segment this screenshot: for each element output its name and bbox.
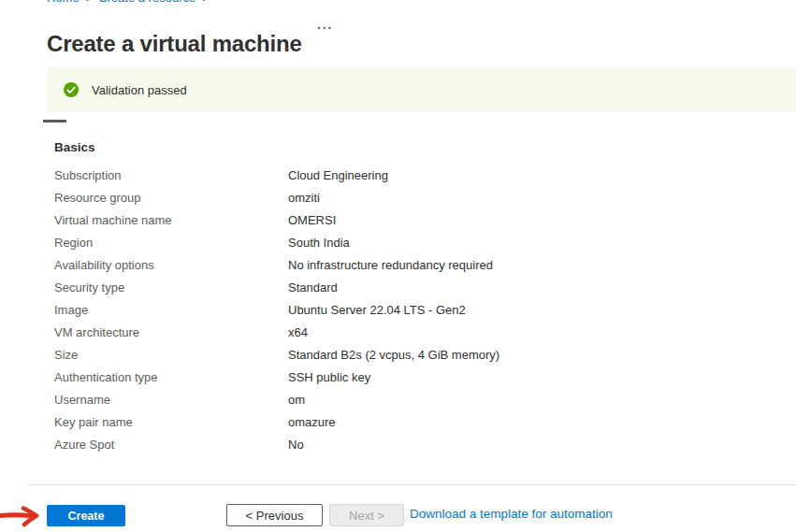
basics-row-availability-options: Availability options No infrastructure r… (54, 254, 728, 277)
row-label: Key pair name (54, 411, 288, 434)
row-value: No infrastructure redundancy required (288, 254, 493, 277)
row-value: South India (288, 232, 350, 254)
basics-row-username: Username om (54, 389, 728, 411)
row-label: Availability options (54, 254, 288, 277)
basics-row-security-type: Security type Standard (54, 277, 728, 299)
basics-row-vm-name: Virtual machine name OMERSI (54, 209, 728, 232)
basics-row-authentication-type: Authentication type SSH public key (54, 367, 728, 389)
row-label: Subscription (54, 165, 288, 187)
next-button[interactable]: Next > (329, 504, 404, 526)
row-value: Ubuntu Server 22.04 LTS - Gen2 (288, 299, 466, 322)
breadcrumb-separator: > (86, 0, 92, 4)
basics-row-size: Size Standard B2s (2 vcpus, 4 GiB memory… (54, 344, 728, 367)
breadcrumb-create-resource-link[interactable]: Create a resource (98, 0, 195, 5)
row-value: om (288, 389, 305, 411)
row-label: Size (54, 344, 288, 367)
breadcrumb-separator: > (202, 0, 208, 4)
breadcrumb-home-link[interactable]: Home (47, 0, 80, 5)
red-arrow-annotation-icon (0, 505, 45, 527)
row-value: Cloud Engineering (288, 165, 388, 187)
row-value: No (288, 434, 304, 456)
basics-row-resource-group: Resource group omziti (54, 187, 728, 209)
tab-indicator (43, 120, 66, 122)
basics-row-key-pair-name: Key pair name omazure (54, 411, 728, 434)
row-label: Username (54, 389, 288, 411)
basics-heading: Basics (54, 140, 95, 154)
row-label: Authentication type (54, 367, 288, 389)
previous-button[interactable]: < Previous (226, 504, 323, 526)
row-label: Resource group (54, 187, 288, 209)
row-label: Azure Spot (54, 434, 288, 456)
row-value: omziti (288, 187, 320, 209)
basics-row-image: Image Ubuntu Server 22.04 LTS - Gen2 (54, 299, 728, 322)
download-template-link[interactable]: Download a template for automation (410, 507, 613, 521)
create-button[interactable]: Create (47, 505, 125, 526)
row-label: VM architecture (54, 322, 288, 344)
footer-divider (28, 484, 796, 485)
basics-row-region: Region South India (54, 232, 728, 254)
row-value: omazure (288, 411, 336, 434)
row-label: Image (54, 299, 288, 322)
row-value: OMERSI (288, 209, 336, 232)
create-vm-review-page: Home>Create a resource> Create a virtual… (0, 0, 796, 532)
breadcrumb: Home>Create a resource> (47, 0, 215, 5)
row-label: Security type (54, 277, 288, 299)
row-label: Region (54, 232, 288, 254)
validation-banner: Validation passed (47, 67, 796, 112)
row-value: x64 (288, 322, 308, 344)
basics-row-subscription: Subscription Cloud Engineering (54, 165, 728, 187)
basics-summary-list: Subscription Cloud Engineering Resource … (54, 165, 728, 456)
check-circle-icon (64, 82, 79, 97)
basics-row-azure-spot: Azure Spot No (54, 434, 728, 456)
basics-row-vm-architecture: VM architecture x64 (54, 322, 728, 344)
more-options-icon[interactable]: ··· (317, 21, 333, 36)
page-title: Create a virtual machine (47, 31, 302, 57)
validation-message: Validation passed (92, 83, 187, 97)
row-value: Standard (288, 277, 338, 299)
row-value: Standard B2s (2 vcpus, 4 GiB memory) (288, 344, 499, 367)
row-label: Virtual machine name (54, 209, 288, 232)
row-value: SSH public key (288, 367, 370, 389)
